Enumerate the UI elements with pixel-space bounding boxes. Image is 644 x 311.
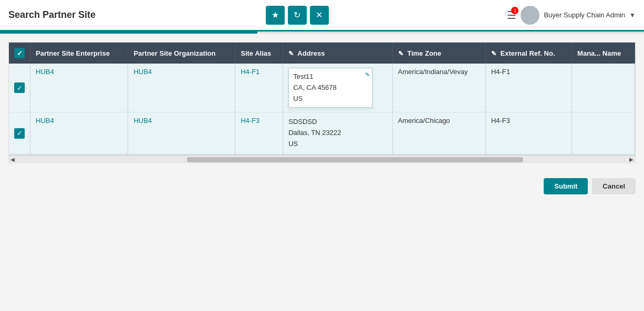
- row-checkbox-0[interactable]: [14, 82, 25, 93]
- table-row: HUB4HUB4H4-F1✎Test11CA, CA 45678USAmeric…: [9, 64, 635, 112]
- th-timezone: ✎ Time Zone: [392, 43, 485, 64]
- user-name-label: Buyer Supply Chain Admin: [544, 11, 625, 19]
- link-alias-0[interactable]: H4-F1: [241, 68, 259, 76]
- th-enterprise: Partner Site Enterprise: [30, 43, 128, 64]
- address-popup-0: ✎Test11CA, CA 45678US: [288, 68, 372, 108]
- address-plain-1: SDSDSDDallas, TN 23222US: [288, 117, 387, 149]
- th-external-ref: ✎ External Ref. No.: [485, 43, 572, 64]
- address-line3-0: US: [293, 94, 368, 105]
- scroll-thumb[interactable]: [187, 157, 523, 162]
- address-line1-1: SDSDSD: [288, 117, 387, 128]
- close-button[interactable]: ✕: [310, 6, 329, 25]
- cancel-button[interactable]: Cancel: [592, 178, 636, 194]
- header-toolbar: ★ ↻ ✕: [266, 6, 329, 25]
- row-checkbox-1[interactable]: [14, 128, 25, 139]
- cell-organization-0: HUB4: [128, 64, 235, 112]
- link-organization-1[interactable]: HUB4: [133, 117, 152, 125]
- address-line1-0: Test11: [293, 71, 368, 82]
- th-alias: Site Alias: [235, 43, 283, 64]
- star-button[interactable]: ★: [266, 6, 285, 25]
- loading-bar: [0, 32, 644, 34]
- cell-address-0: ✎Test11CA, CA 45678US: [283, 64, 392, 112]
- th-organization: Partner Site Organization: [128, 43, 235, 64]
- link-alias-1[interactable]: H4-F3: [241, 117, 259, 125]
- link-enterprise-0[interactable]: HUB4: [36, 68, 54, 76]
- close-icon: ✕: [316, 10, 323, 20]
- page-footer: Submit Cancel: [0, 172, 644, 201]
- address-edit-icon: ✎: [288, 50, 294, 57]
- scroll-left-arrow[interactable]: ◀: [11, 157, 15, 162]
- cell-organization-1: HUB4: [128, 112, 235, 154]
- cell-timezone-1: America/Chicago: [392, 112, 485, 154]
- cell-alias-1: H4-F3: [235, 112, 283, 154]
- star-icon: ★: [272, 10, 279, 20]
- address-line3-1: US: [288, 139, 387, 150]
- th-manager: Mana... Name: [572, 43, 635, 64]
- link-organization-0[interactable]: HUB4: [133, 68, 152, 76]
- checkbox-header-cell: [9, 43, 30, 64]
- data-table-wrapper: Partner Site Enterprise Partner Site Org…: [8, 42, 636, 155]
- horizontal-scrollbar[interactable]: ◀ ▶: [8, 155, 636, 163]
- address-line2-0: CA, CA 45678: [293, 82, 368, 94]
- table-header-row: Partner Site Enterprise Partner Site Org…: [9, 43, 635, 64]
- page-title: Search Partner Site: [8, 9, 96, 20]
- timezone-edit-icon: ✎: [398, 50, 403, 57]
- scroll-right-arrow[interactable]: ▶: [629, 157, 633, 162]
- select-all-checkbox[interactable]: [14, 48, 25, 58]
- cell-external-ref-0: H4-F1: [485, 64, 572, 112]
- cell-address-1: SDSDSDDallas, TN 23222US: [283, 112, 392, 154]
- th-address: ✎ Address: [283, 43, 392, 64]
- user-dropdown-arrow[interactable]: ▼: [629, 12, 636, 19]
- refresh-icon: ↻: [294, 10, 300, 20]
- menu-button[interactable]: ☰ 1: [507, 9, 516, 22]
- cell-timezone-0: America/Indiana/Vevay: [392, 64, 485, 112]
- main-content: Partner Site Enterprise Partner Site Org…: [0, 34, 644, 172]
- table-row: HUB4HUB4H4-F3SDSDSDDallas, TN 23222USAme…: [9, 112, 635, 154]
- cell-alias-0: H4-F1: [235, 64, 283, 112]
- cell-manager-1: [572, 112, 635, 154]
- row-checkbox-cell-0: [9, 64, 30, 112]
- page-header: Search Partner Site ★ ↻ ✕ ☰ 1 Buyer Supp…: [0, 0, 644, 32]
- avatar: [521, 6, 539, 25]
- cell-manager-0: [572, 64, 635, 112]
- link-enterprise-1[interactable]: HUB4: [36, 117, 54, 125]
- refresh-button[interactable]: ↻: [288, 6, 307, 25]
- partner-site-table: Partner Site Enterprise Partner Site Org…: [9, 43, 635, 154]
- cell-enterprise-0: HUB4: [30, 64, 128, 112]
- row-checkbox-cell-1: [9, 112, 30, 154]
- header-user-section: ☰ 1 Buyer Supply Chain Admin ▼: [507, 6, 636, 25]
- external-ref-edit-icon: ✎: [491, 50, 496, 57]
- address-popup-edit-icon-0[interactable]: ✎: [365, 70, 370, 80]
- notification-badge: 1: [511, 7, 518, 14]
- submit-button[interactable]: Submit: [544, 178, 588, 194]
- cell-external-ref-1: H4-F3: [485, 112, 572, 154]
- cell-enterprise-1: HUB4: [30, 112, 128, 154]
- address-line2-1: Dallas, TN 23222: [288, 128, 387, 139]
